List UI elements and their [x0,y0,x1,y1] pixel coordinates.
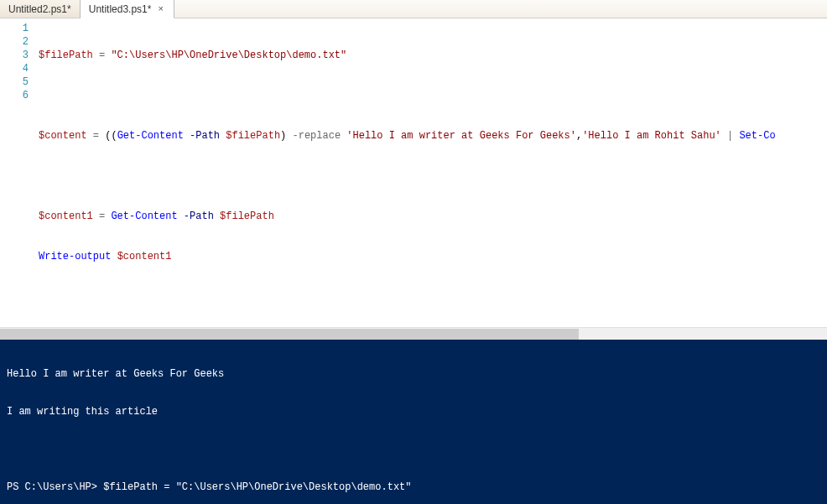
close-icon[interactable]: × [156,4,164,13]
console-line: Hello I am writer at Geeks For Geeks [7,368,820,381]
code-line [39,169,824,183]
console-line: I am writing this article [7,406,820,418]
line-number: 6 [3,89,29,102]
code-line: $content1 = Get-Content -Path $filePath [39,210,824,223]
code-line [39,89,824,102]
console-pane[interactable]: Hello I am writer at Geeks For Geeks I a… [0,340,827,504]
console-line: PS C:\Users\HP> $filePath = "C:\Users\HP… [7,481,820,494]
tab-label: Untitled3.ps1* [89,3,152,15]
scrollbar-thumb[interactable] [0,329,579,340]
tab-bar: Untitled2.ps1* Untitled3.ps1* × [0,0,827,18]
line-gutter: 1 2 3 4 5 6 [0,18,35,327]
line-number: 2 [3,35,29,49]
code-area[interactable]: $filePath = "C:\Users\HP\OneDrive\Deskto… [35,18,827,327]
code-line: $content = ((Get-Content -Path $filePath… [39,129,824,143]
line-number: 1 [3,22,29,35]
line-number: 5 [3,75,29,89]
line-number: 3 [3,49,29,62]
editor-pane[interactable]: 1 2 3 4 5 6 $filePath = "C:\Users\HP\One… [0,18,827,327]
code-line: $filePath = "C:\Users\HP\OneDrive\Deskto… [39,49,824,62]
tab-label: Untitled2.ps1* [8,3,71,15]
horizontal-scrollbar[interactable] [0,327,827,340]
line-number: 4 [3,62,29,75]
code-line: Write-output $content1 [39,250,824,263]
tab-untitled2[interactable]: Untitled2.ps1* [0,0,81,18]
tab-untitled3[interactable]: Untitled3.ps1* × [81,0,174,18]
console-blank [7,444,820,456]
